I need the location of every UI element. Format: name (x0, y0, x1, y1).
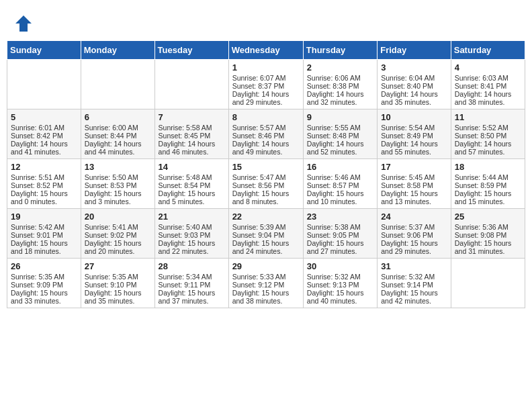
day-info: Sunset: 8:49 PM (381, 132, 447, 140)
day-info: and 37 minutes. (159, 297, 225, 305)
day-info: Sunset: 8:52 PM (11, 181, 77, 189)
day-info: Sunrise: 5:33 AM (232, 273, 300, 281)
calendar-cell: 28Sunrise: 5:34 AMSunset: 9:11 PMDayligh… (154, 259, 228, 308)
day-info: Sunrise: 5:46 AM (307, 173, 373, 181)
day-info: and 24 minutes. (232, 247, 300, 255)
day-info: Sunset: 8:44 PM (85, 132, 151, 140)
day-info: Sunrise: 5:48 AM (159, 173, 225, 181)
day-info: Sunrise: 5:54 AM (381, 124, 447, 132)
day-info: Sunrise: 5:57 AM (232, 124, 300, 132)
calendar-cell: 17Sunrise: 5:45 AMSunset: 8:58 PMDayligh… (378, 159, 451, 209)
day-info: and 22 minutes. (159, 247, 225, 255)
day-info: and 38 minutes. (455, 98, 521, 106)
day-info: Sunrise: 5:51 AM (11, 173, 77, 181)
day-number: 14 (159, 162, 225, 172)
day-info: Sunset: 8:53 PM (85, 181, 151, 189)
day-info: Sunrise: 5:58 AM (159, 124, 225, 132)
day-info: and 27 minutes. (307, 247, 373, 255)
calendar-week-row: 19Sunrise: 5:42 AMSunset: 9:01 PMDayligh… (7, 209, 525, 259)
day-info: and 52 minutes. (307, 148, 373, 156)
day-number: 31 (381, 261, 447, 271)
calendar-cell: 30Sunrise: 5:32 AMSunset: 9:13 PMDayligh… (303, 259, 377, 308)
day-info: Daylight: 14 hours (11, 140, 77, 148)
calendar-cell: 12Sunrise: 5:51 AMSunset: 8:52 PMDayligh… (7, 159, 81, 209)
day-info: Sunset: 8:37 PM (232, 82, 300, 90)
calendar-cell: 26Sunrise: 5:35 AMSunset: 9:09 PMDayligh… (7, 259, 81, 308)
day-info: and 55 minutes. (381, 148, 447, 156)
day-number: 19 (11, 212, 77, 222)
day-info: Sunset: 9:06 PM (381, 231, 447, 239)
day-info: Daylight: 15 hours (232, 239, 300, 247)
calendar-cell: 2Sunrise: 6:06 AMSunset: 8:38 PMDaylight… (303, 60, 377, 109)
calendar-cell: 5Sunrise: 6:01 AMSunset: 8:42 PMDaylight… (7, 109, 81, 159)
day-info: Sunset: 8:48 PM (307, 132, 373, 140)
day-info: Sunset: 8:40 PM (381, 82, 447, 90)
calendar-cell: 22Sunrise: 5:39 AMSunset: 9:04 PMDayligh… (228, 209, 303, 259)
day-of-week-header: Wednesday (228, 41, 303, 60)
day-info: Sunset: 9:11 PM (159, 281, 225, 289)
day-number: 1 (232, 62, 300, 73)
day-info: Sunrise: 6:07 AM (232, 74, 300, 82)
calendar-cell: 31Sunrise: 5:32 AMSunset: 9:14 PMDayligh… (378, 259, 451, 308)
day-info: Daylight: 14 hours (381, 140, 447, 148)
day-info: and 33 minutes. (11, 297, 77, 305)
day-info: Sunrise: 5:52 AM (455, 124, 521, 132)
day-info: Sunrise: 5:37 AM (381, 223, 447, 231)
day-number: 15 (232, 162, 300, 172)
day-number: 30 (307, 261, 373, 271)
calendar-cell: 13Sunrise: 5:50 AMSunset: 8:53 PMDayligh… (81, 159, 154, 209)
day-info: and 3 minutes. (85, 197, 151, 205)
day-number: 3 (381, 62, 447, 73)
day-info: Sunset: 8:46 PM (232, 132, 300, 140)
calendar-cell: 27Sunrise: 5:35 AMSunset: 9:10 PMDayligh… (81, 259, 154, 308)
calendar-cell: 10Sunrise: 5:54 AMSunset: 8:49 PMDayligh… (378, 109, 451, 159)
day-info: Sunrise: 5:36 AM (455, 223, 521, 231)
day-info: Sunset: 9:01 PM (11, 231, 77, 239)
day-info: Daylight: 15 hours (85, 239, 151, 247)
calendar-week-row: 1Sunrise: 6:07 AMSunset: 8:37 PMDaylight… (7, 60, 525, 109)
day-info: and 44 minutes. (85, 148, 151, 156)
svg-marker-0 (15, 15, 32, 32)
day-info: and 32 minutes. (307, 98, 373, 106)
calendar-cell: 3Sunrise: 6:04 AMSunset: 8:40 PMDaylight… (378, 60, 451, 109)
day-info: Daylight: 15 hours (381, 189, 447, 197)
day-number: 21 (159, 212, 225, 222)
day-info: Daylight: 15 hours (307, 239, 373, 247)
day-info: Sunset: 8:42 PM (11, 132, 77, 140)
calendar-week-row: 5Sunrise: 6:01 AMSunset: 8:42 PMDaylight… (7, 109, 525, 159)
day-info: Sunset: 9:08 PM (455, 231, 521, 239)
day-info: and 5 minutes. (159, 197, 225, 205)
day-info: and 42 minutes. (381, 297, 447, 305)
calendar-cell: 8Sunrise: 5:57 AMSunset: 8:46 PMDaylight… (228, 109, 303, 159)
day-number: 29 (232, 261, 300, 271)
day-info: Daylight: 15 hours (11, 289, 77, 297)
day-info: Daylight: 14 hours (307, 140, 373, 148)
day-info: and 13 minutes. (381, 197, 447, 205)
day-info: and 29 minutes. (232, 98, 300, 106)
day-info: and 15 minutes. (455, 197, 521, 205)
calendar-cell (451, 259, 525, 308)
day-info: Daylight: 15 hours (159, 189, 225, 197)
day-info: Sunset: 8:54 PM (159, 181, 225, 189)
day-info: and 35 minutes. (85, 297, 151, 305)
day-number: 20 (85, 212, 151, 222)
day-info: Daylight: 15 hours (381, 239, 447, 247)
day-info: and 18 minutes. (11, 247, 77, 255)
day-number: 7 (159, 112, 225, 122)
day-info: Sunrise: 5:41 AM (85, 223, 151, 231)
day-info: Sunrise: 5:32 AM (307, 273, 373, 281)
day-info: Sunset: 9:14 PM (381, 281, 447, 289)
day-info: Sunset: 8:59 PM (455, 181, 521, 189)
day-info: Daylight: 14 hours (159, 140, 225, 148)
day-info: and 0 minutes. (11, 197, 77, 205)
day-number: 13 (85, 162, 151, 172)
day-info: Sunset: 9:04 PM (232, 231, 300, 239)
day-info: Sunset: 9:10 PM (85, 281, 151, 289)
day-number: 24 (381, 212, 447, 222)
calendar-cell: 25Sunrise: 5:36 AMSunset: 9:08 PMDayligh… (451, 209, 525, 259)
day-info: Sunset: 9:12 PM (232, 281, 300, 289)
calendar-cell: 23Sunrise: 5:38 AMSunset: 9:05 PMDayligh… (303, 209, 377, 259)
day-info: Daylight: 15 hours (85, 189, 151, 197)
day-info: and 35 minutes. (381, 98, 447, 106)
day-info: Daylight: 15 hours (11, 189, 77, 197)
